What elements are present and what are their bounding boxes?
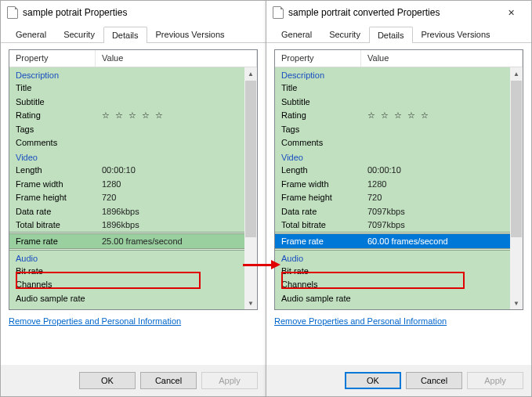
scroll-up-icon[interactable]: ▲ (244, 67, 257, 80)
row-audio-sample-rate[interactable]: Audio sample rate (275, 291, 510, 305)
scroll-down-icon[interactable]: ▼ (244, 297, 257, 309)
scroll-up-icon[interactable]: ▲ (510, 67, 523, 80)
close-button[interactable]: ✕ (494, 2, 528, 23)
row-comments[interactable]: Comments (275, 136, 510, 150)
tab-previous-versions[interactable]: Previous Versions (413, 26, 499, 42)
details-pane: Property Value Description Title Subtitl… (266, 43, 531, 355)
window-title: sample potrait Properties (23, 7, 262, 18)
apply-button: Apply (467, 372, 523, 389)
tab-general[interactable]: General (7, 26, 55, 42)
header-property[interactable]: Property (275, 50, 361, 67)
row-bit-rate[interactable]: Bit rate (9, 264, 244, 278)
group-audio: Audio (9, 251, 244, 265)
row-rating[interactable]: Rating☆ ☆ ☆ ☆ ☆ (9, 109, 244, 123)
dialog-footer: OK Cancel Apply (1, 365, 266, 396)
close-icon: ✕ (508, 8, 515, 18)
properties-dialog-original: sample potrait Properties General Securi… (0, 0, 266, 397)
row-total-bitrate[interactable]: Total bitrate1896kbps (9, 218, 244, 233)
tab-previous-versions[interactable]: Previous Versions (147, 26, 233, 42)
header-value[interactable]: Value (361, 50, 523, 67)
tab-general[interactable]: General (273, 26, 320, 42)
property-list[interactable]: Property Value Description Title Subtitl… (274, 49, 523, 310)
row-title[interactable]: Title (9, 81, 244, 96)
properties-dialog-converted: sample portrait converted Properties ✕ G… (266, 0, 532, 397)
remove-properties-link[interactable]: Remove Properties and Personal Informati… (274, 316, 447, 326)
scrollbar[interactable]: ▲ ▼ (244, 67, 257, 309)
header-property[interactable]: Property (9, 50, 96, 67)
group-video: Video (275, 150, 510, 164)
tab-details[interactable]: Details (369, 27, 413, 43)
row-channels[interactable]: Channels (275, 278, 510, 292)
group-description: Description (9, 67, 244, 81)
property-list[interactable]: Property Value Description Title Subtitl… (9, 49, 258, 310)
titlebar: sample potrait Properties (1, 1, 266, 24)
group-video: Video (9, 150, 244, 164)
tab-strip: General Security Details Previous Versio… (266, 24, 531, 43)
scrollbar[interactable]: ▲ ▼ (510, 67, 523, 309)
row-data-rate[interactable]: Data rate7097kbps (275, 204, 510, 218)
row-frame-height[interactable]: Frame height720 (9, 191, 244, 205)
column-headers: Property Value (275, 50, 523, 67)
scroll-down-icon[interactable]: ▼ (510, 297, 523, 309)
apply-button: Apply (201, 372, 258, 389)
row-tags[interactable]: Tags (275, 122, 510, 136)
scroll-thumb[interactable] (511, 81, 522, 237)
row-length[interactable]: Length00:00:10 (9, 164, 244, 178)
row-channels[interactable]: Channels (9, 278, 244, 292)
property-rows: Description Title Subtitle Rating☆ ☆ ☆ ☆… (9, 67, 244, 309)
row-tags[interactable]: Tags (9, 122, 244, 136)
row-frame-rate[interactable]: Frame rate60.00 frames/second (275, 234, 510, 248)
tab-details[interactable]: Details (103, 27, 147, 43)
property-rows: Description Title Subtitle Rating☆ ☆ ☆ ☆… (275, 67, 510, 309)
row-frame-rate[interactable]: Frame rate25.00 frames/second (9, 234, 244, 248)
row-length[interactable]: Length00:00:10 (275, 164, 510, 178)
column-headers: Property Value (9, 50, 257, 67)
tab-security[interactable]: Security (320, 26, 369, 42)
window-title: sample portrait converted Properties (288, 7, 494, 18)
row-frame-width[interactable]: Frame width1280 (9, 177, 244, 191)
row-bit-rate[interactable]: Bit rate (275, 264, 510, 278)
details-pane: Property Value Description Title Subtitl… (1, 43, 266, 355)
row-frame-width[interactable]: Frame width1280 (275, 177, 510, 191)
cancel-button[interactable]: Cancel (140, 372, 197, 389)
dialog-footer: OK Cancel Apply (266, 365, 531, 396)
row-data-rate[interactable]: Data rate1896kbps (9, 204, 244, 218)
row-title[interactable]: Title (275, 81, 510, 96)
tab-security[interactable]: Security (55, 26, 103, 42)
document-icon (273, 6, 284, 19)
group-audio: Audio (275, 251, 510, 265)
tab-strip: General Security Details Previous Versio… (1, 24, 266, 43)
row-total-bitrate[interactable]: Total bitrate7097kbps (275, 218, 510, 233)
row-subtitle[interactable]: Subtitle (9, 95, 244, 109)
ok-button[interactable]: OK (345, 372, 401, 389)
row-rating[interactable]: Rating☆ ☆ ☆ ☆ ☆ (275, 109, 510, 123)
row-subtitle[interactable]: Subtitle (275, 95, 510, 109)
titlebar: sample portrait converted Properties ✕ (266, 1, 531, 24)
document-icon (7, 6, 18, 19)
remove-properties-link[interactable]: Remove Properties and Personal Informati… (9, 316, 181, 326)
scroll-thumb[interactable] (245, 81, 256, 237)
header-value[interactable]: Value (96, 50, 257, 67)
group-description: Description (275, 67, 510, 81)
row-audio-sample-rate[interactable]: Audio sample rate (9, 291, 244, 305)
row-comments[interactable]: Comments (9, 136, 244, 150)
cancel-button[interactable]: Cancel (406, 372, 462, 389)
ok-button[interactable]: OK (79, 372, 136, 389)
row-frame-height[interactable]: Frame height720 (275, 191, 510, 205)
